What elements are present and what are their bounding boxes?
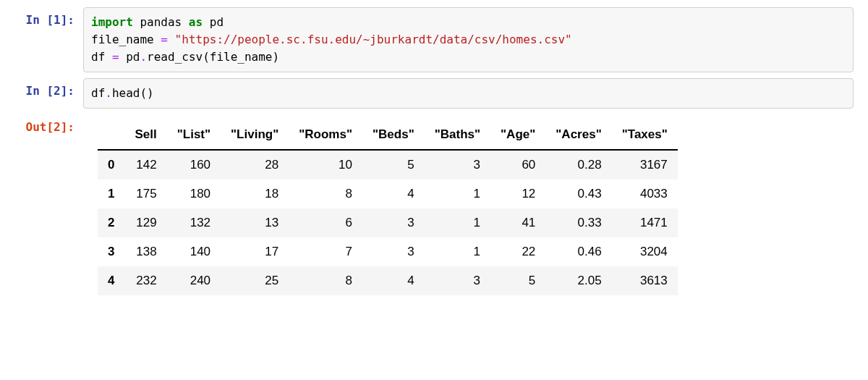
table-cell: 240: [167, 266, 221, 295]
table-cell: 160: [167, 150, 221, 180]
row-index: 1: [98, 180, 124, 208]
table-row: 42322402584352.053613: [98, 266, 678, 295]
table-cell: 132: [167, 208, 221, 237]
column-header: Sell: [124, 120, 166, 150]
table-row: 0142160281053600.283167: [98, 150, 678, 180]
table-cell: 22: [490, 237, 545, 266]
string-literal: "https://people.sc.fsu.edu/~jburkardt/da…: [175, 33, 572, 46]
table-cell: 8: [289, 266, 362, 295]
table-cell: 60: [490, 150, 545, 180]
row-index: 3: [98, 237, 124, 266]
table-corner: [98, 120, 124, 150]
table-cell: 140: [167, 237, 221, 266]
table-cell: 129: [124, 208, 166, 237]
table-cell: 0.28: [545, 150, 611, 180]
table-cell: 41: [490, 208, 545, 237]
operator-dot: .: [140, 50, 147, 64]
input-prompt-2: In [2]:: [14, 78, 83, 98]
output-area-2: Sell"List""Living""Rooms""Beds""Baths""A…: [83, 114, 854, 295]
code-text: head(): [112, 86, 154, 100]
table-cell: 1: [425, 237, 490, 266]
table-cell: 3: [362, 237, 425, 266]
column-header: "List": [167, 120, 221, 150]
table-cell: 25: [221, 266, 289, 295]
table-cell: 232: [124, 266, 166, 295]
table-cell: 4033: [612, 180, 678, 208]
table-body: 0142160281053600.283167117518018841120.4…: [98, 150, 678, 295]
table-cell: 18: [221, 180, 289, 208]
code-cell-1: In [1]: import pandas as pd file_name = …: [14, 7, 854, 72]
table-cell: 5: [490, 266, 545, 295]
column-header: "Taxes": [612, 120, 678, 150]
table-cell: 13: [221, 208, 289, 237]
operator-dot: .: [105, 86, 112, 100]
table-cell: 0.43: [545, 180, 611, 208]
table-cell: 6: [289, 208, 362, 237]
table-cell: 0.33: [545, 208, 611, 237]
code-text: read_csv(file_name): [147, 50, 279, 64]
table-cell: 17: [221, 237, 289, 266]
table-header-row: Sell"List""Living""Rooms""Beds""Baths""A…: [98, 120, 678, 150]
table-cell: 142: [124, 150, 166, 180]
table-cell: 3613: [612, 266, 678, 295]
code-text: file_name: [91, 33, 161, 46]
output-prompt-2: Out[2]:: [14, 114, 83, 134]
table-cell: 5: [362, 150, 425, 180]
code-text: df: [91, 86, 105, 100]
table-cell: 4: [362, 266, 425, 295]
code-text: pd: [119, 50, 140, 64]
table-row: 117518018841120.434033: [98, 180, 678, 208]
table-cell: 138: [124, 237, 166, 266]
table-row: 313814017731220.463204: [98, 237, 678, 266]
code-text: df: [91, 50, 112, 64]
table-cell: 3: [425, 150, 490, 180]
table-row: 212913213631410.331471: [98, 208, 678, 237]
table-header: Sell"List""Living""Rooms""Beds""Baths""A…: [98, 120, 678, 150]
input-prompt-1: In [1]:: [14, 7, 83, 27]
table-cell: 4: [362, 180, 425, 208]
table-cell: 1: [425, 180, 490, 208]
table-cell: 2.05: [545, 266, 611, 295]
output-cell-2: Out[2]: Sell"List""Living""Rooms""Beds""…: [14, 114, 854, 295]
table-cell: 3167: [612, 150, 678, 180]
keyword-as: as: [189, 15, 203, 29]
table-cell: 175: [124, 180, 166, 208]
code-input-2[interactable]: df.head(): [83, 78, 854, 109]
code-text: [168, 33, 175, 46]
row-index: 4: [98, 266, 124, 295]
table-cell: 10: [289, 150, 362, 180]
table-cell: 3: [362, 208, 425, 237]
column-header: "Acres": [545, 120, 611, 150]
keyword-import: import: [91, 15, 133, 29]
table-cell: 1471: [612, 208, 678, 237]
table-cell: 180: [167, 180, 221, 208]
table-cell: 1: [425, 208, 490, 237]
operator-equals: =: [161, 33, 168, 46]
code-input-1[interactable]: import pandas as pd file_name = "https:/…: [83, 7, 854, 72]
column-header: "Age": [490, 120, 545, 150]
table-cell: 8: [289, 180, 362, 208]
dataframe-table: Sell"List""Living""Rooms""Beds""Baths""A…: [98, 120, 678, 295]
column-header: "Beds": [362, 120, 425, 150]
column-header: "Baths": [425, 120, 490, 150]
row-index: 0: [98, 150, 124, 180]
operator-equals: =: [112, 50, 119, 64]
column-header: "Rooms": [289, 120, 362, 150]
code-text: pd: [203, 15, 224, 29]
table-cell: 28: [221, 150, 289, 180]
code-text: pandas: [133, 15, 189, 29]
table-cell: 7: [289, 237, 362, 266]
row-index: 2: [98, 208, 124, 237]
table-cell: 0.46: [545, 237, 611, 266]
column-header: "Living": [221, 120, 289, 150]
table-cell: 3204: [612, 237, 678, 266]
code-cell-2: In [2]: df.head(): [14, 78, 854, 109]
table-cell: 3: [425, 266, 490, 295]
table-cell: 12: [490, 180, 545, 208]
